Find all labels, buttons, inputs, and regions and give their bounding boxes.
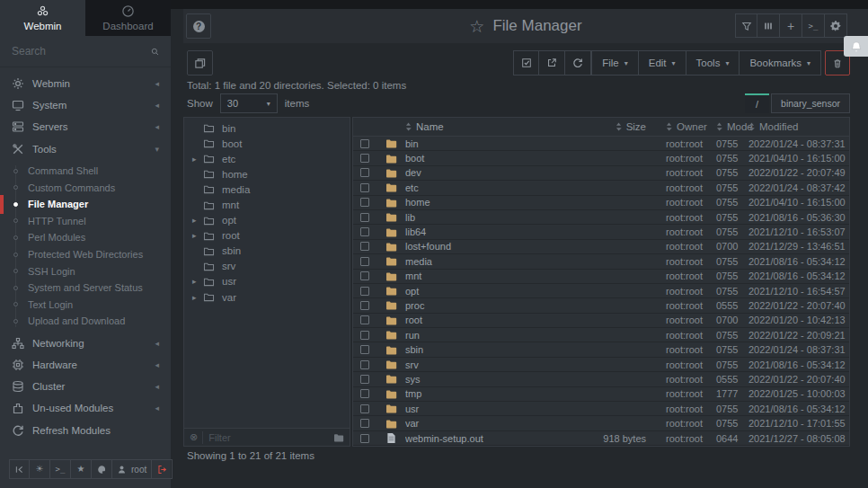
table-row-lost-found[interactable]: lost+foundroot:root07002021/12/29 - 13:4… [353, 240, 849, 254]
column-header-name[interactable]: Name [405, 121, 563, 132]
expand-caret-icon[interactable]: ▸ [192, 155, 203, 164]
theme-toggle-button[interactable]: ☀ [30, 459, 50, 479]
table-row-srv[interactable]: srvroot:root07552021/08/16 - 05:34:12 [353, 358, 849, 372]
row-checkbox[interactable] [360, 375, 369, 384]
add-button[interactable]: + [780, 13, 802, 38]
toolbar-menu-edit[interactable]: Edit▾ [639, 50, 686, 75]
table-row-dev[interactable]: devroot:root07552022/01/22 - 20:07:49 [353, 166, 849, 181]
row-checkbox[interactable] [360, 154, 369, 163]
table-row-boot[interactable]: bootroot:root07552021/04/10 - 16:15:00 [353, 151, 849, 165]
page-size-select[interactable]: 30 ▾ [220, 93, 278, 113]
toolbar-menu-file[interactable]: File▾ [591, 50, 639, 75]
table-row-var[interactable]: varroot:root07552021/12/10 - 17:01:55 [353, 416, 849, 430]
expand-caret-icon[interactable]: ▸ [192, 277, 203, 286]
row-checkbox[interactable] [360, 287, 369, 296]
row-checkbox[interactable] [360, 389, 369, 398]
row-checkbox[interactable] [360, 242, 369, 251]
table-row-opt[interactable]: optroot:root07552021/12/10 - 16:54:57 [353, 284, 849, 298]
cell-name[interactable]: opt [405, 286, 563, 297]
cell-name[interactable]: boot [405, 153, 563, 164]
expand-caret-icon[interactable]: ▸ [192, 293, 203, 302]
notifications-toggle[interactable] [844, 36, 868, 57]
tree-item-media[interactable]: media [184, 182, 350, 197]
sidebar-item-cluster[interactable]: Cluster◂ [0, 376, 171, 397]
table-row-root[interactable]: rootroot:root07002022/01/20 - 10:42:13 [353, 314, 849, 328]
cell-name[interactable]: bin [405, 138, 563, 149]
cell-name[interactable]: srv [405, 359, 563, 370]
tree-item-sbin[interactable]: sbin [184, 244, 350, 259]
column-header-size[interactable]: Size [563, 121, 653, 132]
row-checkbox[interactable] [360, 227, 369, 236]
tree-item-var[interactable]: ▸var [184, 289, 350, 305]
logout-button[interactable] [152, 459, 173, 479]
help-button[interactable]: ? [186, 13, 211, 39]
tree-item-bin[interactable]: bin [184, 120, 350, 136]
select-all-button[interactable] [513, 50, 539, 75]
cell-name[interactable]: root [405, 315, 563, 325]
filter-input[interactable] [202, 431, 329, 444]
table-row-media[interactable]: mediaroot:root07552021/08/16 - 05:34:12 [353, 254, 849, 269]
row-checkbox[interactable] [360, 434, 369, 443]
cell-name[interactable]: etc [405, 182, 563, 193]
sidebar-item-perl-modules[interactable]: Perl Modules [0, 229, 171, 246]
sidebar-item-system-and-server-status[interactable]: System and Server Status [0, 279, 171, 297]
breadcrumb-root[interactable]: / [745, 93, 769, 113]
row-checkbox[interactable] [360, 183, 369, 192]
sidebar-item-text-login[interactable]: Text Login [0, 297, 171, 314]
sidebar-item-refresh-modules[interactable]: Refresh Modules [0, 419, 171, 440]
tree-item-mnt[interactable]: mnt [184, 197, 350, 212]
tree-item-srv[interactable]: srv [184, 259, 350, 274]
settings-button[interactable] [825, 13, 847, 38]
row-checkbox[interactable] [360, 213, 369, 222]
column-header-mode[interactable]: Mode [709, 121, 745, 132]
cell-name[interactable]: proc [405, 300, 563, 311]
share-button[interactable] [539, 50, 565, 75]
toolbar-menu-tools[interactable]: Tools▾ [686, 50, 740, 75]
table-row-sbin[interactable]: sbinroot:root07552022/01/24 - 08:37:31 [353, 342, 849, 357]
sidebar-item-system[interactable]: System◂ [0, 94, 171, 116]
cell-name[interactable]: sys [405, 374, 563, 385]
row-checkbox[interactable] [360, 360, 369, 369]
row-checkbox[interactable] [360, 198, 369, 207]
tab-dashboard[interactable]: Dashboard [85, 0, 171, 36]
table-row-lib64[interactable]: lib64root:root07552021/12/10 - 16:53:07 [353, 225, 849, 239]
collapse-sidebar-button[interactable] [9, 459, 30, 479]
shell-button[interactable]: >_ [802, 13, 825, 38]
favorite-star-icon[interactable]: ☆ [469, 16, 484, 37]
cell-name[interactable]: usr [405, 404, 563, 414]
table-row-etc[interactable]: etcroot:root07552022/01/24 - 08:37:42 [353, 181, 849, 195]
clone-window-button[interactable] [187, 50, 213, 75]
cell-name[interactable]: tmp [405, 388, 563, 399]
clear-filter-icon[interactable]: ⊗ [190, 431, 198, 443]
expand-caret-icon[interactable]: ▸ [192, 216, 203, 225]
row-checkbox[interactable] [360, 271, 369, 280]
cell-name[interactable]: lib64 [405, 226, 563, 237]
table-row-home[interactable]: homeroot:root07552021/04/10 - 16:15:00 [353, 196, 849, 210]
tree-item-usr[interactable]: ▸usr [184, 274, 350, 289]
tree-item-home[interactable]: home [184, 166, 350, 182]
tree-item-etc[interactable]: ▸etc [184, 151, 350, 166]
row-checkbox[interactable] [360, 257, 369, 266]
columns-button[interactable] [757, 13, 780, 38]
column-header-owner[interactable]: Owner [653, 121, 709, 132]
table-row-proc[interactable]: procroot:root05552022/01/22 - 20:07:40 [353, 298, 849, 313]
user-button[interactable]: root [112, 459, 152, 479]
row-checkbox[interactable] [360, 301, 369, 310]
table-row-usr[interactable]: usrroot:root07552021/08/16 - 05:34:12 [353, 402, 849, 416]
row-checkbox[interactable] [360, 331, 369, 340]
sidebar-item-command-shell[interactable]: Command Shell [0, 163, 171, 180]
refresh-button[interactable] [565, 50, 591, 75]
sidebar-item-upload-and-download[interactable]: Upload and Download [0, 313, 171, 330]
row-checkbox[interactable] [360, 315, 369, 324]
breadcrumb-current[interactable]: binary_sensor [771, 93, 850, 113]
sidebar-item-networking[interactable]: Networking◂ [0, 333, 171, 354]
favorites-button[interactable]: ★ [71, 459, 92, 479]
row-checkbox[interactable] [360, 345, 369, 354]
table-row-bin[interactable]: binroot:root07552022/01/24 - 08:37:31 [353, 137, 849, 151]
filter-button[interactable] [735, 13, 757, 38]
sidebar-item-servers[interactable]: Servers◂ [0, 116, 171, 138]
search-icon[interactable] [151, 46, 159, 58]
tab-webmin[interactable]: Webmin [0, 0, 85, 36]
cell-name[interactable]: run [405, 330, 563, 341]
terminal-button[interactable]: >_ [50, 459, 71, 479]
